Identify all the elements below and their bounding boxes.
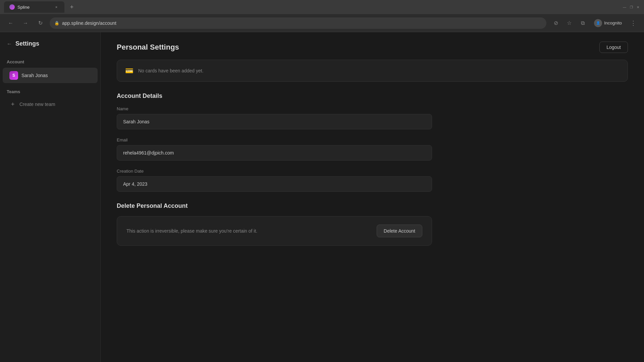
main-header: Personal Settings Logout [101, 32, 644, 60]
window-minimize-button[interactable]: — [623, 5, 627, 9]
content-area: 💳 No cards have been added yet. Account … [101, 60, 644, 262]
teams-section-label: Teams [0, 84, 100, 97]
email-form-group: Email rehela4961@djpich.com [117, 137, 628, 161]
account-section-label: Account [0, 54, 100, 67]
split-screen-button[interactable]: ⧉ [577, 18, 588, 28]
address-bar[interactable]: 🔒 app.spline.design/account [50, 17, 546, 29]
browser-tab[interactable]: Spline × [4, 1, 64, 13]
delete-account-button[interactable]: Delete Account [377, 225, 422, 237]
payment-card-section: 💳 No cards have been added yet. [117, 60, 628, 82]
delete-warning-text: This action is irreversible, please make… [126, 228, 257, 234]
sidebar-account-label: Sarah Jonas [21, 73, 48, 78]
nav-forward-button[interactable]: → [20, 18, 31, 28]
address-text: app.spline.design/account [62, 20, 116, 26]
screen-cast-button[interactable]: ⊘ [550, 18, 561, 28]
window-maximize-button[interactable]: ❐ [629, 5, 633, 9]
page-title: Personal Settings [117, 43, 179, 52]
email-label: Email [117, 137, 628, 142]
create-team-label: Create new team [19, 102, 55, 107]
profile-avatar: 👤 [594, 19, 602, 27]
delete-account-card: This action is irreversible, please make… [117, 216, 432, 246]
creation-date-label: Creation Date [117, 169, 628, 174]
plus-icon: + [9, 101, 16, 108]
browser-menu-button[interactable]: ⋮ [628, 18, 639, 28]
spline-favicon [9, 4, 15, 10]
name-label: Name [117, 106, 628, 111]
logout-button[interactable]: Logout [599, 42, 628, 53]
credit-card-icon: 💳 [125, 67, 133, 75]
main-content: Personal Settings Logout 💳 No cards have… [101, 32, 644, 362]
bookmark-button[interactable]: ☆ [564, 18, 575, 28]
sidebar-item-account[interactable]: S Sarah Jonas [3, 68, 98, 83]
browser-titlebar: Spline × + — ❐ ✕ [0, 0, 644, 14]
sidebar-header: ← Settings [0, 32, 100, 54]
name-field[interactable]: Sarah Jonas [117, 114, 432, 129]
window-controls: — ❐ ✕ [623, 5, 640, 9]
create-new-team-item[interactable]: + Create new team [3, 98, 98, 111]
account-details-title: Account Details [117, 93, 628, 100]
lock-icon: 🔒 [54, 21, 59, 25]
email-field[interactable]: rehela4961@djpich.com [117, 145, 432, 161]
browser-chrome: Spline × + — ❐ ✕ ← → ↻ 🔒 app.spline.desi… [0, 0, 644, 32]
sidebar-back-icon[interactable]: ← [7, 41, 12, 47]
nav-refresh-button[interactable]: ↻ [35, 18, 46, 28]
sidebar-title: Settings [15, 40, 39, 47]
user-avatar: S [9, 71, 18, 80]
profile-button[interactable]: 👤 Incognito [591, 18, 625, 28]
nav-back-button[interactable]: ← [5, 18, 16, 28]
window-close-button[interactable]: ✕ [636, 5, 640, 9]
name-form-group: Name Sarah Jonas [117, 106, 628, 129]
delete-section-title: Delete Personal Account [117, 202, 628, 209]
new-tab-button[interactable]: + [67, 2, 76, 12]
no-cards-text: No cards have been added yet. [138, 68, 204, 73]
creation-date-field: Apr 4, 2023 [117, 176, 432, 192]
creation-date-form-group: Creation Date Apr 4, 2023 [117, 169, 628, 192]
tab-close-button[interactable]: × [54, 4, 59, 10]
sidebar: ← Settings Account S Sarah Jonas Teams +… [0, 32, 101, 362]
incognito-label: Incognito [604, 20, 622, 25]
browser-toolbar: ← → ↻ 🔒 app.spline.design/account ⊘ ☆ ⧉ … [0, 14, 644, 32]
toolbar-actions: ⊘ ☆ ⧉ 👤 Incognito ⋮ [550, 18, 639, 28]
app-container: ← Settings Account S Sarah Jonas Teams +… [0, 32, 644, 362]
tab-title: Spline [17, 5, 51, 10]
